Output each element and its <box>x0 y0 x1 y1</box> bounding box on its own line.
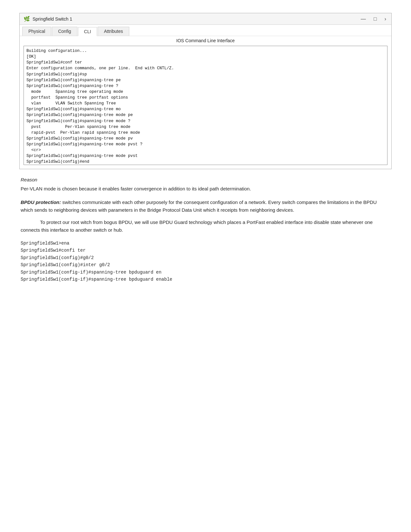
reason-text: Per-VLAN mode is chosen because it enabl… <box>21 185 390 193</box>
cli-header: IOS Command Line Interface <box>20 36 391 44</box>
minimize-button[interactable]: — <box>359 16 367 22</box>
reason-section: Reason Per-VLAN mode is chosen because i… <box>19 177 392 283</box>
window-controls: — □ › <box>359 16 387 22</box>
bpdu-protection-para: BPDU protection: switches communicate wi… <box>21 198 390 214</box>
window-title: 🌿 Springfield Switch 1 <box>24 16 72 22</box>
window-container: 🌿 Springfield Switch 1 — □ › Physical Co… <box>19 13 392 169</box>
cli-terminal[interactable]: Building configuration... [OK] Springfie… <box>24 46 387 165</box>
switch-icon: 🌿 <box>24 16 30 22</box>
tab-attributes[interactable]: Attributes <box>98 27 129 36</box>
bpdu-indent-text: To protect our root witch from bogus BPD… <box>21 218 390 234</box>
reason-label: Reason <box>21 177 390 182</box>
tab-bar: Physical Config CLI Attributes <box>20 25 391 36</box>
tab-cli[interactable]: CLI <box>78 27 97 36</box>
code-block: SpringfieldSw1>ena SpringfieldSw1#confi … <box>21 240 390 283</box>
bpdu-label: BPDU protection: <box>21 199 61 205</box>
close-button[interactable]: › <box>383 16 387 22</box>
tab-config[interactable]: Config <box>52 27 77 36</box>
bpdu-section: BPDU protection: switches communicate wi… <box>21 198 390 234</box>
terminal-content: Building configuration... [OK] Springfie… <box>26 48 385 165</box>
window-title-text: Springfield Switch 1 <box>33 16 72 22</box>
bpdu-description: switches communicate with each other pur… <box>21 199 377 213</box>
tab-physical[interactable]: Physical <box>22 27 51 36</box>
window-titlebar: 🌿 Springfield Switch 1 — □ › <box>20 13 391 25</box>
maximize-button[interactable]: □ <box>372 16 378 22</box>
